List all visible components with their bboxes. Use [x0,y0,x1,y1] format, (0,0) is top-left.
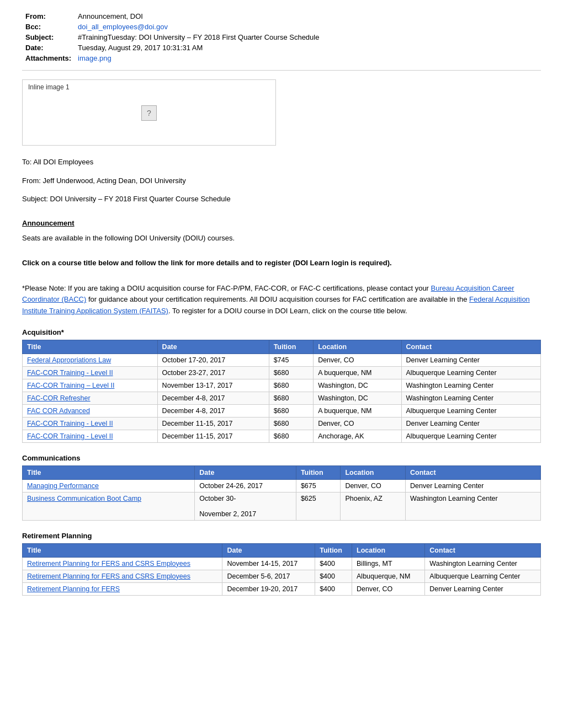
to-line: To: All DOI Employees [22,157,541,168]
cell-title[interactable]: FAC-COR Training - Level II [23,430,158,442]
cell-location: Denver, CO [352,582,425,595]
cell-contact: Denver Learning Center [406,479,541,492]
cell-title[interactable]: Business Communication Boot Camp [23,492,195,520]
attachments-value[interactable]: image.png [75,53,322,63]
announcement-text: Seats are available in the following DOI… [22,233,541,244]
cell-title[interactable]: FAC-COR Training – Level II [23,379,158,392]
cell-contact: Albuquerque Learning Center [425,570,541,582]
cell-tuition: $400 [315,557,352,570]
date-value: Tuesday, August 29, 2017 10:31:31 AM [75,42,322,53]
col-location-ret: Location [352,543,425,557]
cell-date: October 23-27, 2017 [157,366,269,379]
cell-tuition: $680 [269,379,314,392]
cell-tuition: $625 [296,492,340,520]
col-title-acq: Title [23,340,158,354]
col-location-acq: Location [314,340,401,354]
cell-location: A buquerque, NM [314,404,401,417]
cell-contact: Albuquerque Learning Center [401,366,540,379]
inline-image-label: Inline image 1 [28,83,70,91]
table-row: Business Communication Boot Camp October… [23,492,541,520]
retirement-section-header: Retirement Planning [22,532,541,540]
note-text: *Please Note: If you are taking a DOIU a… [22,283,541,317]
cell-title[interactable]: FAC-COR Refresher [23,392,158,404]
click-notice: Click on a course title below and follow… [22,258,541,269]
col-contact-comm: Contact [406,465,541,479]
cell-date: November 14-15, 2017 [222,557,315,570]
cell-date: December 11-15, 2017 [157,430,269,442]
cell-title[interactable]: Retirement Planning for FERS [23,582,222,595]
acquisition-table: Title Date Tuition Location Contact Fede… [22,340,541,443]
subject-label: Subject: [22,32,75,42]
table-row: Retirement Planning for FERS December 19… [23,582,541,595]
from-label: From: [22,11,75,22]
cell-location: Albuquerque, NM [352,570,425,582]
cell-date: October 24-26, 2017 [195,479,296,492]
bcc-value: doi_all_employees@doi.gov [75,22,322,32]
communications-table-header-row: Title Date Tuition Location Contact [23,465,541,479]
cell-title[interactable]: Retirement Planning for FERS and CSRS Em… [23,570,222,582]
cell-date: November 13-17, 2017 [157,379,269,392]
cell-title[interactable]: Federal Appropriations Law [23,354,158,366]
cell-contact: Albuquerque Learning Center [401,430,540,442]
cell-location: A buquerque, NM [314,366,401,379]
col-title-ret: Title [23,543,222,557]
table-row: FAC-COR Training – Level II November 13-… [23,379,541,392]
cell-tuition: $680 [269,392,314,404]
table-row: FAC-COR Refresher December 4-8, 2017 $68… [23,392,541,404]
cell-location: Denver, CO [314,417,401,430]
col-tuition-comm: Tuition [296,465,340,479]
from-line: From: Jeff Underwood, Acting Dean, DOI U… [22,175,541,186]
inline-image-box: Inline image 1 ? [22,79,276,146]
note-end: . To register for a DOIU course in DOI L… [168,307,407,315]
cell-date: October 17-20, 2017 [157,354,269,366]
image-placeholder: ? [141,105,157,121]
col-tuition-acq: Tuition [269,340,314,354]
cell-location: Billings, MT [352,557,425,570]
cell-location: Phoenix, AZ [341,492,406,520]
cell-tuition: $400 [315,570,352,582]
cell-title[interactable]: FAC-COR Training - Level II [23,417,158,430]
table-row: FAC-COR Training - Level II December 11-… [23,430,541,442]
cell-contact: Washington Learning Center [401,392,540,404]
col-contact-acq: Contact [401,340,540,354]
subject-value: #TrainingTuesday: DOI University – FY 20… [75,32,322,42]
bcc-label: Bcc: [22,22,75,32]
cell-location: Anchorage, AK [314,430,401,442]
cell-contact: Denver Learning Center [401,354,540,366]
col-contact-ret: Contact [425,543,541,557]
col-date-comm: Date [195,465,296,479]
col-location-comm: Location [341,465,406,479]
cell-location: Washington, DC [314,392,401,404]
cell-title[interactable]: Managing Performance [23,479,195,492]
cell-title[interactable]: Retirement Planning for FERS and CSRS Em… [23,557,222,570]
cell-location: Washington, DC [314,379,401,392]
table-row: Federal Appropriations Law October 17-20… [23,354,541,366]
communications-section-header: Communications [22,454,541,462]
announcement-header: Announcement [22,219,541,227]
cell-contact: Albuquerque Learning Center [401,404,540,417]
table-row: Managing Performance October 24-26, 2017… [23,479,541,492]
cell-date: December 11-15, 2017 [157,417,269,430]
cell-contact: Denver Learning Center [401,417,540,430]
cell-contact: Washington Learning Center [406,492,541,520]
note-middle: for guidance about your certification re… [86,295,469,303]
acquisition-table-header-row: Title Date Tuition Location Contact [23,340,541,354]
from-value: Announcement, DOI [75,11,322,22]
cell-date: December 4-8, 2017 [157,404,269,417]
col-title-comm: Title [23,465,195,479]
subject-line: Subject: DOI University – FY 2018 First … [22,194,541,205]
cell-contact: Washington Learning Center [425,557,541,570]
cell-location: Denver, CO [341,479,406,492]
cell-tuition: $745 [269,354,314,366]
note-prefix: *Please Note: If you are taking a DOIU a… [22,284,431,292]
cell-title[interactable]: FAC-COR Training - Level II [23,366,158,379]
cell-tuition: $675 [296,479,340,492]
retirement-table-header-row: Title Date Tuition Location Contact [23,543,541,557]
col-date-ret: Date [222,543,315,557]
cell-date: December 5-6, 2017 [222,570,315,582]
table-row: FAC-COR Training - Level II October 23-2… [23,366,541,379]
table-row: FAC-COR Training - Level II December 11-… [23,417,541,430]
col-tuition-ret: Tuition [315,543,352,557]
acquisition-section-header: Acquisition* [22,328,541,336]
cell-title[interactable]: FAC COR Advanced [23,404,158,417]
